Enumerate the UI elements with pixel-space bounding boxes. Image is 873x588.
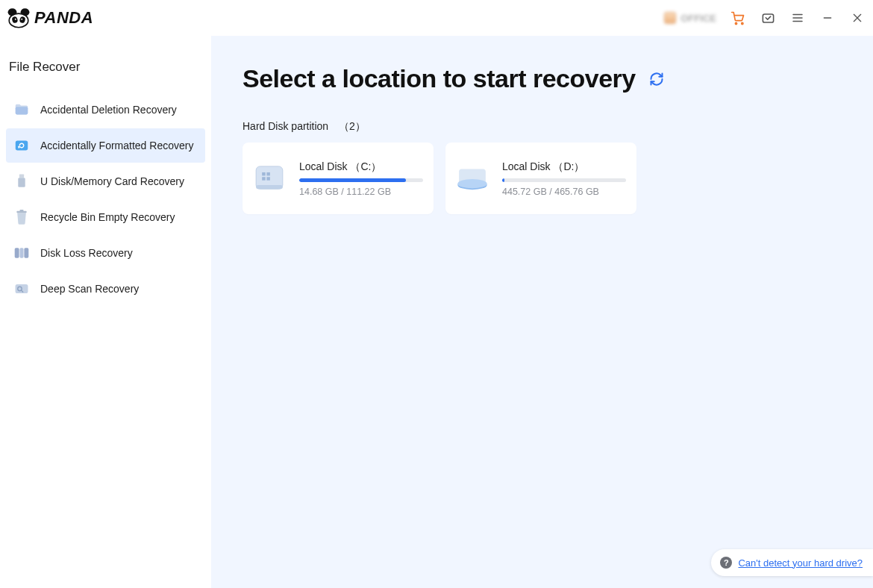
svg-rect-33 (266, 177, 269, 180)
svg-rect-17 (16, 141, 28, 151)
disk-size-text: 445.72 GB / 465.76 GB (502, 187, 626, 197)
svg-rect-22 (15, 248, 19, 258)
svg-point-6 (21, 19, 22, 20)
svg-rect-30 (262, 172, 265, 175)
sidebar-item-label: U Disk/Memory Card Recovery (40, 175, 184, 187)
svg-rect-24 (24, 248, 28, 258)
folder-icon (13, 101, 30, 118)
nav-list: Accidental Deletion Recovery Accidentall… (0, 93, 211, 306)
panda-icon (6, 7, 31, 28)
disk-name: Local Disk （D:） (502, 160, 626, 174)
system-disk-icon (250, 159, 289, 198)
recycle-bin-icon (13, 209, 30, 225)
section-count: （2） (339, 120, 366, 132)
page-title: Select a location to start recovery (242, 64, 636, 93)
sidebar-item-disk-loss[interactable]: Disk Loss Recovery (6, 236, 205, 270)
sidebar-item-label: Accidentally Formatted Recovery (40, 140, 193, 151)
svg-rect-16 (16, 107, 28, 114)
svg-rect-19 (18, 178, 25, 187)
tv-icon[interactable] (760, 10, 776, 26)
app-logo: PANDA (6, 7, 93, 28)
disk-usage-fill (299, 178, 406, 182)
sidebar-item-label: Recycle Bin Empty Recovery (40, 211, 175, 223)
sidebar-item-formatted[interactable]: Accidentally Formatted Recovery (6, 128, 205, 163)
minimize-icon[interactable] (819, 10, 836, 26)
svg-point-8 (742, 22, 743, 24)
brand-name: PANDA (34, 8, 93, 28)
sidebar-item-accidental-deletion[interactable]: Accidental Deletion Recovery (6, 93, 205, 127)
sidebar-item-deep-scan[interactable]: Deep Scan Recovery (6, 272, 205, 306)
sidebar-item-label: Accidental Deletion Recovery (40, 104, 177, 116)
menu-icon[interactable] (789, 10, 806, 26)
svg-point-7 (735, 22, 736, 24)
sidebar-item-usb[interactable]: U Disk/Memory Card Recovery (6, 164, 205, 198)
titlebar: PANDA OFFICE (0, 0, 873, 36)
svg-rect-31 (266, 172, 269, 175)
help-link[interactable]: Can't detect your hard drive? (738, 557, 863, 569)
help-pill[interactable]: ? Can't detect your hard drive? (711, 549, 873, 576)
sidebar-title: File Recover (0, 60, 211, 93)
sidebar-item-label: Disk Loss Recovery (40, 247, 133, 259)
partition-icon (13, 245, 30, 261)
svg-rect-32 (262, 177, 265, 180)
sidebar-item-label: Deep Scan Recovery (40, 283, 139, 295)
disk-refresh-icon (13, 137, 30, 154)
svg-rect-21 (20, 210, 24, 212)
svg-rect-18 (19, 175, 24, 178)
main-panel: Select a location to start recovery Hard… (211, 36, 873, 588)
disk-usage-fill (502, 178, 504, 182)
disk-size-text: 14.68 GB / 111.22 GB (299, 187, 423, 197)
user-chip[interactable]: OFFICE (664, 12, 716, 24)
svg-rect-23 (19, 248, 23, 258)
svg-point-5 (15, 19, 16, 20)
deep-scan-icon (13, 281, 30, 297)
usb-icon (13, 173, 30, 190)
sidebar: File Recover Accidental Deletion Recover… (0, 36, 211, 588)
question-icon: ? (720, 557, 732, 569)
section-label-text: Hard Disk partition (242, 120, 328, 132)
close-icon[interactable] (849, 10, 866, 26)
cart-icon[interactable] (730, 10, 746, 26)
svg-rect-34 (256, 185, 283, 189)
refresh-button[interactable] (646, 69, 667, 90)
sidebar-item-recycle-bin[interactable]: Recycle Bin Empty Recovery (6, 200, 205, 234)
disk-card-c[interactable]: Local Disk （C:） 14.68 GB / 111.22 GB (242, 143, 434, 214)
svg-point-36 (457, 179, 486, 189)
avatar-icon (664, 12, 676, 24)
data-disk-icon (453, 159, 492, 198)
disk-usage-bar (502, 178, 626, 182)
disk-card-d[interactable]: Local Disk （D:） 445.72 GB / 465.76 GB (445, 143, 636, 214)
svg-point-2 (9, 13, 28, 28)
disk-usage-bar (299, 178, 423, 182)
user-label: OFFICE (680, 13, 716, 24)
disk-card-list: Local Disk （C:） 14.68 GB / 111.22 GB (211, 143, 873, 214)
section-label: Hard Disk partition （2） (211, 93, 873, 143)
disk-name: Local Disk （C:） (299, 160, 423, 174)
